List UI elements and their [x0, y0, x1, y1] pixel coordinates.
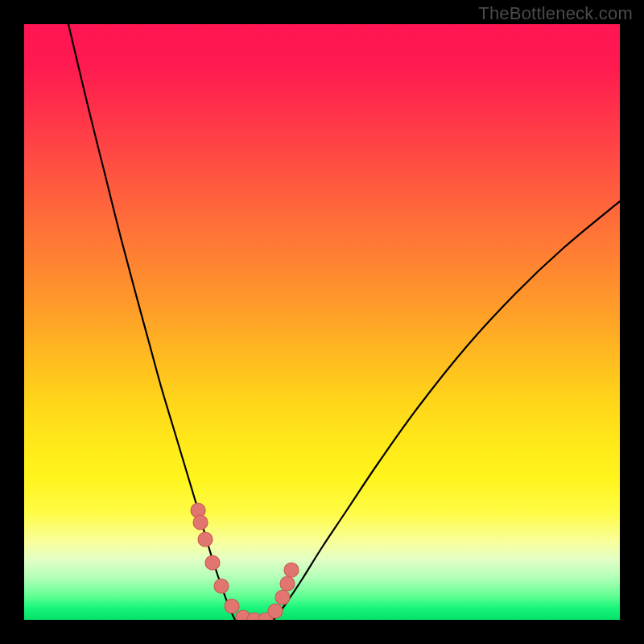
watermark-text: TheBottleneck.com — [478, 3, 633, 24]
bead-marker — [275, 590, 290, 605]
bead-marker — [268, 604, 283, 618]
left-curve — [68, 24, 235, 620]
bead-marker — [214, 579, 229, 593]
bead-marker — [193, 515, 208, 530]
chart-frame: TheBottleneck.com — [0, 0, 644, 644]
bead-marker — [198, 532, 213, 547]
bead-markers-left — [191, 503, 262, 620]
bead-marker — [284, 563, 299, 577]
chart-svg — [24, 24, 620, 620]
bead-marker — [280, 576, 295, 591]
plot-area — [24, 24, 620, 620]
bead-markers-right — [258, 563, 299, 620]
bead-marker — [225, 599, 239, 613]
right-curve — [274, 201, 620, 620]
bead-marker — [205, 555, 220, 570]
